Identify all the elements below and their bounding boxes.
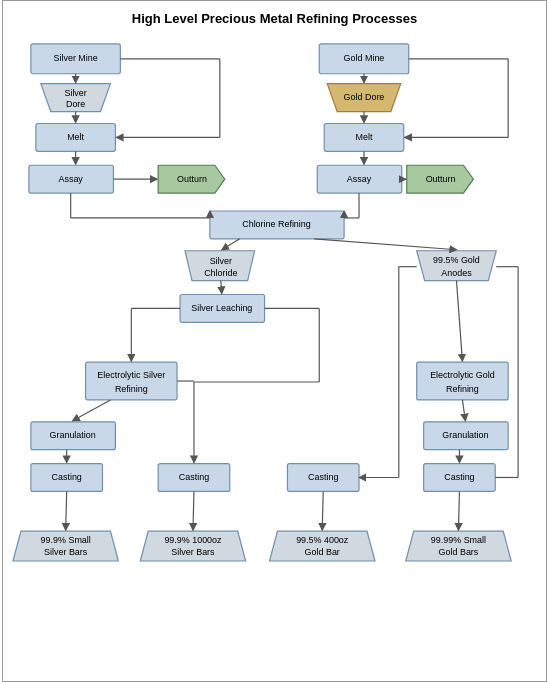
silver-mine-label: Silver Mine <box>54 54 98 64</box>
casting3-label: Casting <box>308 472 338 482</box>
assay-right-label: Assay <box>347 174 372 184</box>
casting1-label: Casting <box>52 472 82 482</box>
gold-anodes-label1: 99.5% Gold <box>433 255 480 265</box>
casting4-label: Casting <box>444 472 474 482</box>
silver-dore-label: Silver <box>64 88 86 98</box>
bar1-label1: 99.9% Small <box>41 536 91 546</box>
assay-left-label: Assay <box>58 174 83 184</box>
outturn-right-label: Outturn <box>426 174 456 184</box>
svg-line-15 <box>222 239 240 250</box>
bar2-label1: 99.9% 1000oz <box>164 536 222 546</box>
chlorine-refining-label: Chlorine Refining <box>242 220 311 230</box>
granulation-left-label: Granulation <box>50 430 96 440</box>
svg-line-37 <box>193 492 194 531</box>
bar3-label1: 99.5% 400oz <box>296 536 349 546</box>
gold-dore-label: Gold Dore <box>344 92 385 102</box>
outturn-left-label: Outturn <box>177 174 207 184</box>
granulation-right-label: Granulation <box>442 430 488 440</box>
silver-chloride-label: Silver <box>210 256 232 266</box>
electrolytic-silver-label2: Refining <box>115 385 148 395</box>
bar4-label2: Gold Bars <box>439 548 479 558</box>
silver-dore-label2: Dore <box>66 99 85 109</box>
svg-line-39 <box>458 492 459 531</box>
diagram-title: High Level Precious Metal Refining Proce… <box>11 11 538 26</box>
svg-line-25 <box>73 400 111 421</box>
electrolytic-gold-label2: Refining <box>446 385 479 395</box>
diagram-container: High Level Precious Metal Refining Proce… <box>2 0 547 681</box>
bar1-label2: Silver Bars <box>44 548 88 558</box>
svg-line-36 <box>66 492 67 531</box>
electrolytic-silver-label1: Electrolytic Silver <box>97 371 165 381</box>
svg-line-24 <box>456 281 462 362</box>
svg-line-38 <box>322 492 323 531</box>
bar4-label1: 99.99% Small <box>431 536 486 546</box>
svg-line-16 <box>314 239 456 250</box>
gold-mine-label: Gold Mine <box>344 54 385 64</box>
casting2-label: Casting <box>179 472 209 482</box>
bar3-label2: Gold Bar <box>305 548 340 558</box>
melt-right-label: Melt <box>356 132 373 142</box>
silver-chloride-label2: Chloride <box>204 268 237 278</box>
gold-anodes-label2: Anodes <box>441 268 472 278</box>
melt-left-label: Melt <box>67 132 84 142</box>
svg-line-28 <box>462 400 465 421</box>
svg-line-17 <box>221 281 222 294</box>
silver-leaching-label: Silver Leaching <box>191 303 252 313</box>
electrolytic-gold-label1: Electrolytic Gold <box>430 371 495 381</box>
bar2-label2: Silver Bars <box>171 548 215 558</box>
